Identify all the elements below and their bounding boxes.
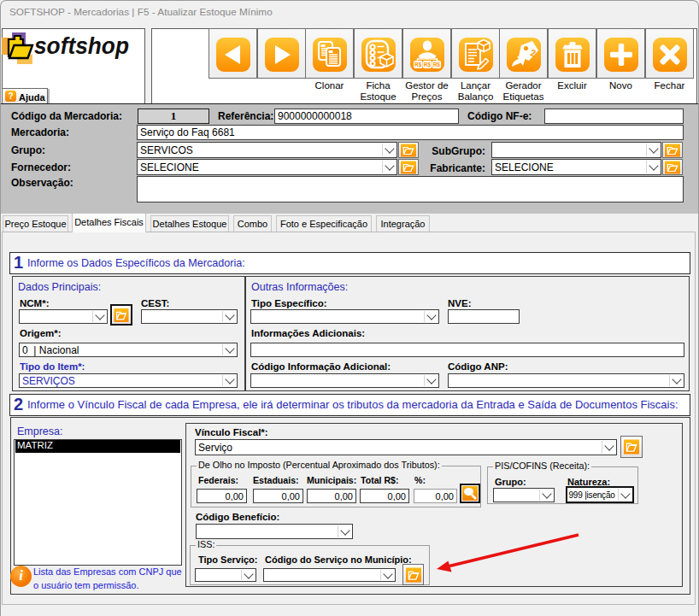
svg-text:R$: R$ <box>414 62 422 68</box>
svg-text:R$: R$ <box>433 62 441 68</box>
svg-text:softshop: softshop <box>34 32 129 59</box>
svg-text:R$: R$ <box>424 62 432 68</box>
